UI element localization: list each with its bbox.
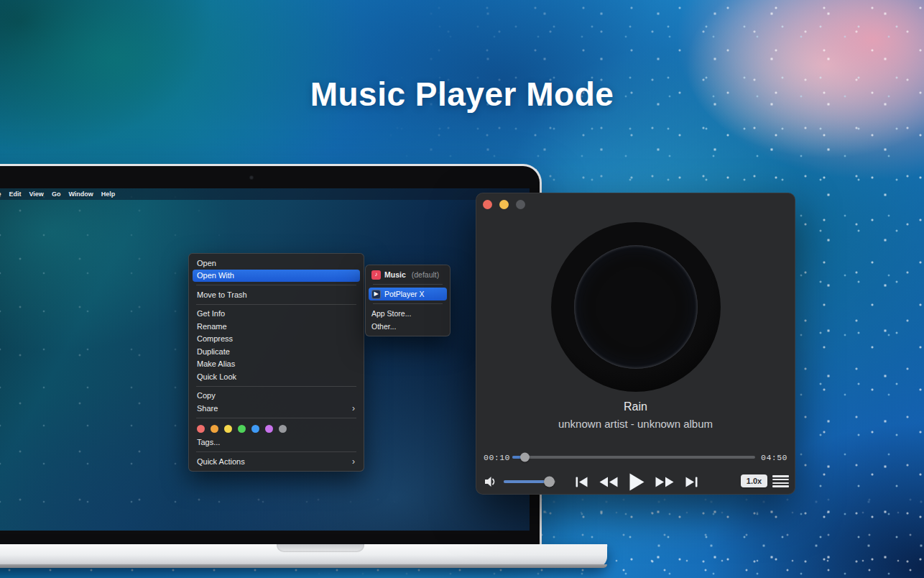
minimize-button[interactable] xyxy=(499,200,509,209)
menubar-item-window[interactable]: Window xyxy=(68,191,93,198)
zoom-button-disabled xyxy=(516,200,525,209)
page-title: Music Player Mode xyxy=(0,75,924,114)
submenu-item-potplayer[interactable]: ▶ PotPlayer X xyxy=(369,288,447,301)
play-button[interactable] xyxy=(629,473,645,491)
volume-icon[interactable] xyxy=(484,474,498,489)
tag-red[interactable] xyxy=(197,425,205,433)
album-art-disc xyxy=(551,222,721,392)
menu-item-quick-look[interactable]: Quick Look xyxy=(193,370,360,383)
chevron-right-icon: › xyxy=(352,404,355,413)
menu-item-copy[interactable]: Copy xyxy=(193,390,360,403)
playlist-icon[interactable] xyxy=(772,474,789,489)
laptop-menubar: File Edit View Go Window Help xyxy=(0,188,530,200)
volume-slider-knob[interactable] xyxy=(544,476,555,487)
menu-item-share[interactable]: Share › xyxy=(193,402,360,415)
menu-separator xyxy=(196,304,356,305)
tag-purple[interactable] xyxy=(265,425,273,433)
tag-green[interactable] xyxy=(238,425,246,433)
music-player-window: Rain unknown artist - unknown album 00:1… xyxy=(476,193,795,495)
track-artist-album: unknown artist - unknown album xyxy=(476,418,795,430)
volume-slider[interactable] xyxy=(504,480,555,483)
seek-slider-knob[interactable] xyxy=(520,453,530,462)
submenu-item-other[interactable]: Other... xyxy=(369,320,447,333)
track-title: Rain xyxy=(476,400,795,413)
menu-separator xyxy=(373,284,443,285)
menu-item-compress[interactable]: Compress xyxy=(193,333,360,346)
transport-controls xyxy=(576,471,698,492)
tag-gray[interactable] xyxy=(279,425,287,433)
desktop: Music Player Mode File Edit View Go Wind… xyxy=(0,0,924,578)
menu-item-get-info[interactable]: Get Info xyxy=(193,308,360,321)
menubar-item-view[interactable]: View xyxy=(29,191,44,198)
menu-item-quick-actions[interactable]: Quick Actions › xyxy=(193,455,360,468)
context-menu: Open Open With Move to Trash Get Info Re… xyxy=(188,253,364,472)
tag-blue[interactable] xyxy=(251,425,259,433)
rewind-button[interactable] xyxy=(599,477,618,487)
music-app-icon: ♪ xyxy=(371,270,381,280)
menu-item-tags[interactable]: Tags... xyxy=(193,436,360,449)
menu-item-move-to-trash[interactable]: Move to Trash xyxy=(193,288,360,301)
previous-track-button[interactable] xyxy=(576,477,588,487)
menu-separator xyxy=(196,285,356,285)
potplayer-app-icon: ▶ xyxy=(371,290,381,299)
menu-separator xyxy=(196,451,356,452)
menu-item-open-with[interactable]: Open With xyxy=(193,270,360,283)
seek-slider[interactable] xyxy=(512,456,755,459)
tag-color-row xyxy=(193,421,360,436)
menu-item-make-alias[interactable]: Make Alias xyxy=(193,358,360,371)
menu-item-open[interactable]: Open xyxy=(193,257,360,270)
laptop-base-edge xyxy=(0,564,607,568)
total-duration: 04:50 xyxy=(761,453,787,462)
menu-item-rename[interactable]: Rename xyxy=(193,320,360,333)
menu-separator xyxy=(373,303,443,304)
menu-separator xyxy=(196,418,356,418)
fast-forward-button[interactable] xyxy=(655,477,674,487)
default-app-label: (default) xyxy=(412,270,440,279)
volume-slider-fill xyxy=(504,480,549,483)
laptop-lid-notch xyxy=(277,544,364,552)
tag-orange[interactable] xyxy=(211,425,218,433)
album-art-image xyxy=(574,245,698,369)
submenu-item-app-store[interactable]: App Store... xyxy=(369,307,447,320)
open-with-submenu: ♪ Music (default) ▶ PotPlayer X App Stor… xyxy=(365,265,451,336)
menubar-item-file[interactable]: File xyxy=(0,191,1,198)
controls-row: 1.0x xyxy=(476,471,795,492)
chevron-right-icon: › xyxy=(352,457,355,466)
elapsed-time: 00:10 xyxy=(484,453,510,462)
window-controls xyxy=(483,200,525,209)
menu-separator xyxy=(196,386,356,387)
laptop-base xyxy=(0,544,607,568)
tag-yellow[interactable] xyxy=(224,425,232,433)
menubar-item-edit[interactable]: Edit xyxy=(9,191,22,198)
submenu-item-music[interactable]: ♪ Music (default) xyxy=(369,268,447,281)
laptop-camera-icon xyxy=(249,175,254,180)
menu-item-duplicate[interactable]: Duplicate xyxy=(193,345,360,358)
menubar-item-go[interactable]: Go xyxy=(52,191,61,198)
close-button[interactable] xyxy=(483,200,492,209)
menubar-item-help[interactable]: Help xyxy=(101,191,116,198)
next-track-button[interactable] xyxy=(685,477,698,487)
progress-row: 00:10 04:50 xyxy=(476,451,795,464)
playback-speed-badge[interactable]: 1.0x xyxy=(741,474,767,487)
seek-slider-fill xyxy=(512,456,525,459)
